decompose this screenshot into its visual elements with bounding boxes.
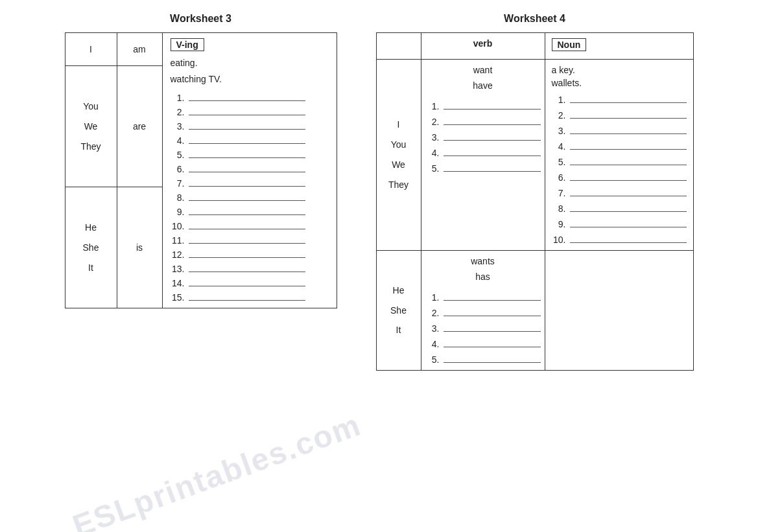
ving-examples: eating. watching TV. (171, 55, 329, 87)
worksheet3-title: Worksheet 3 (170, 13, 231, 25)
ving-lines-group1: 1. 2. 3. 4. (171, 93, 329, 303)
list-item: 9. (552, 219, 687, 229)
ving-header: V-ing (171, 38, 204, 51)
watermark: ESLprintables.com (68, 406, 366, 532)
list-item: 6. (552, 172, 687, 183)
list-item: 7. (171, 178, 329, 189)
list-item: 1. (425, 292, 541, 303)
list-item: 1. (552, 95, 687, 105)
list-item: 2. (552, 110, 687, 121)
list-item: 2. (171, 107, 329, 117)
list-item: 2. (425, 117, 541, 127)
list-item: 3. (425, 132, 541, 143)
verb-lines-group2: 1. 2. 3. 4. (425, 292, 541, 365)
list-item: 9. (171, 207, 329, 217)
list-item: 15. (171, 292, 329, 303)
list-item: 13. (171, 264, 329, 274)
list-item: 12. (171, 249, 329, 260)
list-item: 4. (425, 148, 541, 158)
list-item: 8. (171, 192, 329, 203)
verb-are: are (117, 66, 162, 187)
verb-wants-has: wants has 1. 2. 3. (421, 251, 545, 371)
table-row: He She It wants has 1. 2. (376, 251, 693, 371)
ws4-header-empty (376, 33, 421, 60)
table-row: verb Noun (376, 33, 693, 60)
ws4-table: verb Noun I You We They want have (376, 32, 694, 371)
noun-lines-group: 1. 2. 3. 4. (552, 95, 687, 245)
worksheet4: Worksheet 4 verb Noun I You We They (376, 13, 694, 371)
list-item: 6. (171, 164, 329, 174)
list-item: 5. (552, 157, 687, 167)
list-item: 8. (552, 203, 687, 214)
subject-you-we-they: You We They (65, 66, 117, 187)
subject-i: I (65, 33, 117, 66)
ving-cell: V-ing eating. watching TV. 1. 2. (162, 33, 337, 308)
list-item: 3. (171, 121, 329, 132)
ws4-verb-header: verb (421, 33, 545, 60)
list-item: 5. (425, 163, 541, 174)
verb-want-have: want have 1. 2. 3. (421, 60, 545, 251)
example-2: watching TV. (171, 71, 329, 87)
table-row: I You We They want have 1. (376, 60, 693, 251)
list-item: 4. (425, 339, 541, 349)
ws4-noun-header-cell: Noun (545, 33, 693, 60)
table-row: I am V-ing eating. watching TV. 1. (65, 33, 337, 66)
ws3-table: I am V-ing eating. watching TV. 1. (65, 32, 337, 308)
list-item: 2. (425, 308, 541, 318)
subject-he-she-it: He She It (65, 187, 117, 308)
list-item: 11. (171, 235, 329, 246)
list-item: 3. (552, 126, 687, 136)
subject-he-she-it-4: He She It (376, 251, 421, 371)
noun-examples-cell: a key. wallets. 1. 2. 3. (545, 60, 693, 251)
list-item: 5. (171, 150, 329, 160)
list-item: 7. (552, 188, 687, 198)
verb-is: is (117, 187, 162, 308)
list-item: 4. (552, 141, 687, 152)
list-item: 14. (171, 278, 329, 288)
worksheet3: Worksheet 3 I am V-ing eating. watching … (65, 13, 337, 308)
subject-i-you-we-they: I You We They (376, 60, 421, 251)
verb-lines-group1: 1. 2. 3. 4. (425, 101, 541, 174)
list-item: 4. (171, 135, 329, 146)
example-1: eating. (171, 55, 329, 71)
noun-header: Noun (552, 38, 587, 51)
worksheet4-title: Worksheet 4 (504, 13, 565, 25)
list-item: 5. (425, 354, 541, 365)
list-item: 3. (425, 323, 541, 334)
list-item: 10. (171, 221, 329, 231)
verb-am: am (117, 33, 162, 66)
noun-blank-cell (545, 251, 693, 371)
list-item: 1. (425, 101, 541, 111)
list-item: 1. (171, 93, 329, 103)
list-item: 10. (552, 235, 687, 245)
page-container: Worksheet 3 I am V-ing eating. watching … (65, 13, 694, 371)
